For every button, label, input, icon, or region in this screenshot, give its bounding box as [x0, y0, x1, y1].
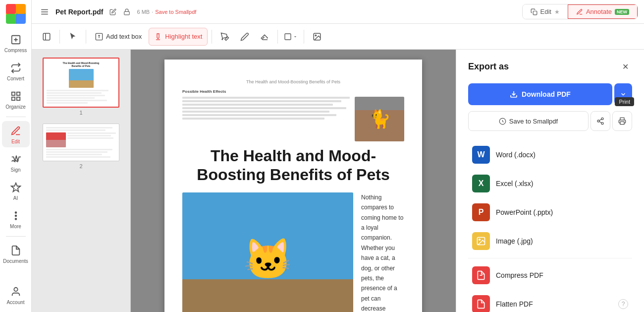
documents-label: Documents: [3, 258, 28, 264]
svg-line-34: [599, 119, 602, 121]
eraser-button[interactable]: [256, 28, 273, 46]
svg-point-13: [15, 218, 16, 220]
svg-rect-25: [285, 34, 291, 40]
compress-label: Compress: [4, 48, 27, 53]
convert-icon: [9, 61, 23, 75]
print-button[interactable]: [612, 111, 632, 131]
svg-rect-1: [6, 4, 16, 14]
documents-icon: [9, 244, 23, 257]
svg-line-33: [599, 122, 602, 123]
format-image[interactable]: Image (.jpg): [468, 227, 632, 255]
sign-icon: [9, 152, 23, 166]
svg-rect-8: [11, 97, 14, 100]
thumbnail-page-1[interactable]: The Health and Mood-BoostingBenefits of …: [43, 58, 119, 116]
pdf-doc-title: The Health and Mood-Boosting Benefits of…: [182, 79, 404, 84]
pdf-page: The Health and Mood-Boosting Benefits of…: [164, 60, 422, 312]
file-meta: 6 MB · Save to Smallpdf: [137, 9, 196, 15]
sidebar-item-ai[interactable]: AI: [2, 178, 30, 204]
sidebar-item-convert[interactable]: Convert: [2, 58, 30, 84]
format-compress[interactable]: Compress PDF: [468, 261, 632, 289]
sidebar-item-edit[interactable]: Edit: [2, 121, 30, 147]
svg-point-31: [597, 120, 599, 122]
highlight-text-label: Highlight text: [165, 33, 202, 40]
sidebar-item-more[interactable]: More: [2, 206, 30, 232]
svg-point-11: [15, 212, 16, 213]
edit-label: Edit: [11, 139, 20, 144]
svg-rect-35: [620, 122, 624, 124]
star-icon: ★: [554, 8, 560, 15]
svg-point-37: [479, 239, 481, 241]
pencil-button[interactable]: [236, 28, 254, 46]
sidebar-item-documents[interactable]: Documents: [2, 241, 30, 267]
toolbar-divider-1: [59, 30, 60, 44]
sidebar-item-sign[interactable]: Sign: [2, 149, 30, 176]
format-word[interactable]: W Word (.docx): [468, 141, 632, 169]
toolbar-divider-2: [86, 30, 86, 44]
topbar: Pet Report.pdf 6 MB · Save to Smallpdf E…: [32, 0, 644, 24]
more-label: More: [10, 224, 21, 229]
svg-point-30: [601, 118, 603, 120]
svg-rect-7: [16, 92, 19, 95]
save-to-smallpdf-link[interactable]: Save to Smallpdf: [155, 9, 196, 15]
ai-label: AI: [13, 195, 18, 201]
main-area: Pet Report.pdf 6 MB · Save to Smallpdf E…: [32, 0, 644, 312]
toolbar-divider-5: [304, 30, 304, 44]
format-excel[interactable]: X Excel (.xlsx): [468, 170, 632, 197]
format-flatten[interactable]: Flatten PDF ?: [468, 290, 632, 312]
pptx-icon: P: [472, 203, 490, 221]
pdf-section-heading: Possible Health Effects: [182, 89, 404, 94]
svg-point-24: [222, 39, 223, 40]
thumb-label-2: 2: [79, 163, 82, 169]
cursor-button[interactable]: [64, 28, 82, 46]
svg-rect-4: [16, 14, 26, 24]
sidebar-item-compress[interactable]: Compress: [2, 30, 30, 56]
sidebar-divider-2: [6, 236, 26, 237]
pdf-main-title: The Health and Mood-Boosting Benefits of…: [182, 146, 404, 185]
toolbar: Add text box Highlight text: [32, 24, 644, 50]
download-pdf-button[interactable]: Download PDF: [468, 83, 612, 105]
svg-point-27: [316, 35, 317, 36]
rename-icon[interactable]: [107, 6, 119, 18]
export-panel: Export as ✕ Download PDF Save to Smallpd…: [456, 50, 644, 312]
menu-button[interactable]: [38, 5, 52, 19]
sidebar-divider-1: [6, 117, 26, 117]
download-btn-row: Download PDF: [468, 83, 632, 105]
cat-image: 🐱: [182, 192, 353, 312]
compress-icon: [9, 33, 23, 47]
excel-label: Excel (.xlsx): [496, 180, 533, 187]
lock-icon[interactable]: [121, 6, 133, 18]
word-label: Word (.docx): [496, 151, 536, 159]
tab-edit[interactable]: Edit ★: [523, 4, 568, 19]
flatten-help-icon[interactable]: ?: [618, 299, 628, 309]
thumb-page-2[interactable]: [43, 124, 119, 161]
draw-button[interactable]: [216, 28, 234, 46]
pdf-viewer[interactable]: The Health and Mood-Boosting Benefits of…: [131, 50, 456, 312]
ai-icon: [9, 181, 23, 194]
share-button[interactable]: [590, 111, 610, 131]
organize-icon: [9, 89, 23, 103]
word-icon: W: [472, 146, 490, 164]
shape-button[interactable]: [282, 28, 300, 46]
panel-toggle-button[interactable]: [38, 28, 55, 46]
add-text-box-button[interactable]: Add text box: [90, 28, 147, 46]
pptx-label: PowerPoint (.pptx): [496, 208, 553, 216]
export-header: Export as ✕: [468, 60, 632, 73]
tab-annotate[interactable]: Annotate NEW: [568, 4, 638, 19]
svg-rect-2: [16, 4, 26, 14]
save-to-smallpdf-button[interactable]: Save to Smallpdf: [468, 111, 589, 131]
sidebar: Compress Convert Organize Edit Sign AI: [0, 0, 32, 312]
edit-icon: [9, 124, 23, 138]
compress-format-icon: [472, 266, 490, 284]
format-pptx[interactable]: P PowerPoint (.pptx): [468, 198, 632, 226]
account-label: Account: [6, 300, 24, 305]
thumbnail-page-2[interactable]: 2: [43, 124, 119, 169]
mode-tabs: Edit ★ Annotate NEW: [522, 4, 638, 19]
pdf-body-text-1: Nothing compares to coming home to a loy…: [361, 192, 404, 312]
image-button[interactable]: [308, 28, 326, 46]
highlight-text-button[interactable]: Highlight text: [149, 28, 208, 46]
thumb-page-1[interactable]: The Health and Mood-BoostingBenefits of …: [43, 58, 119, 108]
close-export-button[interactable]: ✕: [618, 60, 632, 73]
sidebar-item-account[interactable]: Account: [2, 282, 30, 308]
sidebar-item-organize[interactable]: Organize: [2, 86, 30, 113]
sign-label: Sign: [10, 167, 20, 173]
